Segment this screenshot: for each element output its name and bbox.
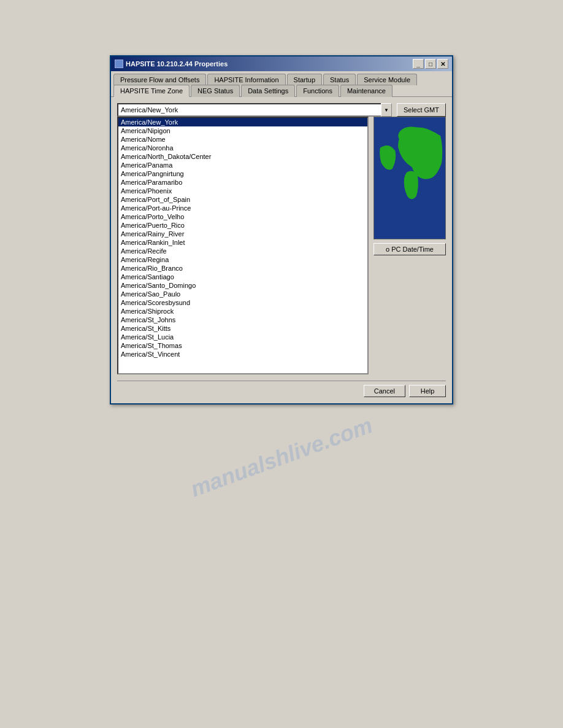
listbox-item[interactable]: America/Rio_Branco — [118, 264, 367, 273]
listbox-item[interactable]: America/Santo_Domingo — [118, 281, 367, 290]
timezone-dropdown-container: America/New_York ▼ — [117, 103, 392, 117]
tab-row-1: Pressure Flow and Offsets HAPSITE Inform… — [113, 74, 450, 85]
dropdown-arrow-icon[interactable]: ▼ — [381, 103, 392, 117]
listbox-item[interactable]: America/St_Lucia — [118, 333, 367, 341]
title-bar: HAPSITE 10.210.2.44 Properties _ □ ✕ — [111, 56, 452, 71]
listbox-item[interactable]: America/Port-au-Prince — [118, 204, 367, 212]
listbox-item[interactable]: America/Shiprock — [118, 307, 367, 316]
listbox-item[interactable]: America/Nome — [118, 135, 367, 144]
listbox-item[interactable]: America/Porto_Velho — [118, 212, 367, 221]
tab-status[interactable]: Status — [323, 74, 356, 85]
world-map — [373, 117, 446, 239]
tab-startup[interactable]: Startup — [287, 74, 322, 85]
listbox-item[interactable]: America/St_Johns — [118, 316, 367, 324]
map-panel: o PC Date/Time — [373, 117, 446, 374]
window-icon — [115, 60, 123, 68]
listbox-item[interactable]: America/Panama — [118, 161, 367, 169]
listbox-item[interactable]: America/Port_of_Spain — [118, 195, 367, 204]
title-bar-buttons: _ □ ✕ — [413, 59, 448, 69]
timezone-dropdown-value: America/New_York — [121, 106, 178, 114]
listbox-container: America/New_YorkAmerica/NipigonAmerica/N… — [117, 117, 446, 374]
listbox-item[interactable]: America/St_Thomas — [118, 341, 367, 350]
close-button[interactable]: ✕ — [437, 59, 448, 69]
listbox-item[interactable]: America/New_York — [118, 118, 367, 126]
listbox-item[interactable]: America/Phoenix — [118, 187, 367, 195]
properties-window: HAPSITE 10.210.2.44 Properties _ □ ✕ Pre… — [110, 55, 453, 405]
watermark: manualshlive.com — [187, 412, 376, 502]
tab-data-settings[interactable]: Data Settings — [241, 85, 295, 97]
listbox-item[interactable]: America/Santiago — [118, 273, 367, 281]
tab-service-module[interactable]: Service Module — [357, 74, 417, 85]
tab-neg-status[interactable]: NEG Status — [191, 85, 240, 97]
top-row: America/New_York ▼ Select GMT — [117, 103, 446, 117]
listbox-item[interactable]: America/Scoresbysund — [118, 298, 367, 307]
window-title: HAPSITE 10.210.2.44 Properties — [126, 60, 228, 68]
listbox-item[interactable]: America/Regina — [118, 255, 367, 264]
window-body: America/New_York ▼ Select GMT America/Ne… — [111, 97, 452, 403]
timezone-listbox[interactable]: America/New_YorkAmerica/NipigonAmerica/N… — [117, 117, 369, 374]
tab-pressure-flow[interactable]: Pressure Flow and Offsets — [113, 74, 206, 85]
tab-row-2: HAPSITE Time Zone NEG Status Data Settin… — [113, 85, 450, 97]
cancel-button[interactable]: Cancel — [364, 385, 405, 397]
tab-maintenance[interactable]: Maintenance — [340, 85, 393, 97]
timezone-dropdown[interactable]: America/New_York — [117, 103, 392, 117]
map-svg — [374, 117, 445, 239]
listbox-item[interactable]: America/Recife — [118, 247, 367, 255]
maximize-button[interactable]: □ — [425, 59, 436, 69]
listbox-item[interactable]: America/Puerto_Rico — [118, 221, 367, 230]
minimize-button[interactable]: _ — [413, 59, 424, 69]
listbox-item[interactable]: America/Pangnirtung — [118, 169, 367, 178]
listbox-item[interactable]: America/Sao_Paulo — [118, 290, 367, 298]
listbox-item[interactable]: America/Noronha — [118, 144, 367, 152]
tab-hapsite-info[interactable]: HAPSITE Information — [207, 74, 285, 85]
tab-functions[interactable]: Functions — [296, 85, 339, 97]
listbox-item[interactable]: America/St_Vincent — [118, 350, 367, 358]
listbox-item[interactable]: America/Paramaribo — [118, 178, 367, 187]
select-gmt-button[interactable]: Select GMT — [397, 103, 446, 117]
help-button[interactable]: Help — [409, 385, 446, 397]
listbox-item[interactable]: America/Rankin_Inlet — [118, 238, 367, 247]
sync-pc-date-time-button[interactable]: o PC Date/Time — [373, 243, 446, 255]
listbox-item[interactable]: America/North_Dakota/Center — [118, 152, 367, 161]
title-bar-left: HAPSITE 10.210.2.44 Properties — [115, 60, 228, 68]
tab-bar: Pressure Flow and Offsets HAPSITE Inform… — [111, 71, 452, 97]
tab-hapsite-timezone[interactable]: HAPSITE Time Zone — [113, 85, 190, 97]
bottom-row: Cancel Help — [117, 381, 446, 397]
listbox-item[interactable]: America/Rainy_River — [118, 230, 367, 238]
listbox-item[interactable]: America/St_Kitts — [118, 324, 367, 333]
listbox-item[interactable]: America/Nipigon — [118, 126, 367, 135]
